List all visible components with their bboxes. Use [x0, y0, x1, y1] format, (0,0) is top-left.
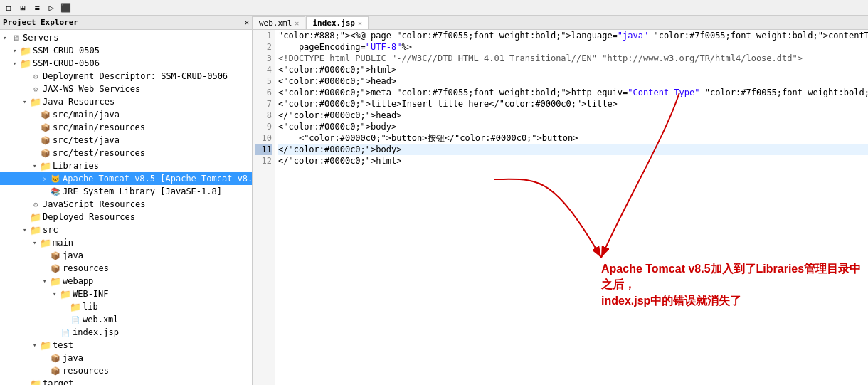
toolbar-icon-3[interactable]: ≡	[31, 2, 43, 14]
tab-bar: web.xml✕index.jsp✕	[253, 16, 868, 30]
tree-item[interactable]: ⚙Deployment Descriptor: SSM-CRUD-0506	[0, 70, 252, 83]
tree-arrow: ▾	[23, 226, 30, 233]
tree-item[interactable]: ▾📁webapp	[0, 275, 252, 288]
tree-item[interactable]: 📦src/test/resources	[0, 147, 252, 159]
tree-item-label: JAX-WS Web Services	[43, 84, 140, 94]
tree-item[interactable]: ▾📁Java Resources	[0, 95, 252, 108]
tree-item-label: lib	[83, 302, 98, 312]
tree-item-label: webapp	[63, 276, 93, 286]
tree-item-label: JavaScript Resources	[43, 199, 146, 209]
line-number: 1	[255, 30, 272, 41]
tree-arrow: ▾	[53, 290, 60, 297]
tree-item[interactable]: 📦src/main/resources	[0, 121, 252, 134]
code-line: <"color:#0000c0;">html>	[278, 64, 868, 75]
package-icon: 📦	[50, 353, 61, 363]
tab-label: index.jsp	[312, 19, 355, 28]
tree-item-label: java	[63, 353, 83, 363]
tree-item-label: src	[43, 225, 58, 235]
code-line: </"color:#0000c0;">head>	[278, 110, 868, 121]
toolbar-icon-4[interactable]: ▷	[46, 2, 57, 14]
tree-arrow: ▾	[3, 34, 10, 41]
folder-icon: 📁	[40, 238, 51, 248]
tree-item[interactable]: ▾🖥Servers	[0, 31, 252, 44]
tree-arrow: ▾	[43, 278, 50, 285]
code-line: <"color:#0000c0;">head>	[278, 75, 868, 87]
tree-item-label: src/test/resources	[53, 148, 145, 158]
toolbar-icon-1[interactable]: ◻	[3, 2, 14, 14]
tab-close-icon[interactable]: ✕	[295, 19, 299, 27]
code-line: </"color:#0000c0;">body>	[278, 144, 868, 155]
tree-item[interactable]: 📦resources	[0, 262, 252, 275]
line-number: 5	[255, 75, 272, 87]
tree-item[interactable]: ⚙JavaScript Resources	[0, 198, 252, 211]
tree-item[interactable]: ▷🐱Apache Tomcat v8.5 [Apache Tomcat v8.5…	[0, 172, 252, 185]
tree-item[interactable]: 📁target	[0, 377, 252, 385]
tree-item-label: Servers	[23, 33, 59, 43]
tab-close-icon[interactable]: ✕	[358, 19, 362, 27]
editor-tab-web-xml[interactable]: web.xml✕	[253, 16, 305, 29]
tree-arrow: ▾	[13, 47, 20, 54]
tree-item[interactable]: ▾📁src	[0, 223, 252, 236]
tree-item[interactable]: 📦src/test/java	[0, 134, 252, 147]
tree-item-label: target	[43, 379, 73, 385]
xml-icon: 📄	[70, 315, 81, 325]
tree-item-label: test	[53, 340, 73, 350]
tree-item[interactable]: 📁Deployed Resources	[0, 211, 252, 223]
tree-item[interactable]: ▾📁WEB-INF	[0, 288, 252, 300]
tree-arrow: ▾	[33, 342, 40, 349]
tree-item[interactable]: ⚙JAX-WS Web Services	[0, 83, 252, 95]
tree-arrow: ▾	[33, 162, 40, 169]
package-icon: 📦	[50, 366, 61, 376]
package-icon: 📦	[40, 122, 51, 132]
tree-item-label: Apache Tomcat v8.5 [Apache Tomcat v8.5]	[63, 174, 252, 184]
tree-item-label: resources	[63, 366, 109, 376]
panel-title: Project Explorer	[3, 18, 78, 27]
code-line: "color:#888;"><%@ page "color:#7f0055;fo…	[278, 30, 868, 41]
jsp-icon: 📄	[60, 327, 71, 337]
tree-item-label: SSM-CRUD-0505	[33, 46, 100, 56]
package-icon: 📦	[50, 263, 61, 273]
tree-item[interactable]: 📦java	[0, 352, 252, 364]
tree-item[interactable]: 📦src/main/java	[0, 108, 252, 121]
gear-icon: ⚙	[30, 84, 41, 94]
tree-item-label: java	[63, 250, 83, 260]
tree-item-label: Libraries	[53, 161, 99, 171]
package-icon: 📦	[40, 110, 51, 120]
tree-item[interactable]: 📚JRE System Library [JavaSE-1.8]	[0, 185, 252, 198]
tree-item-label: Deployed Resources	[43, 212, 135, 222]
tree-item[interactable]: 📦java	[0, 249, 252, 262]
package-icon: 📦	[50, 250, 61, 260]
editor-tab-index-jsp[interactable]: index.jsp✕	[306, 16, 369, 29]
tree-item-label: Java Resources	[43, 97, 115, 107]
tree-item[interactable]: 📄index.jsp	[0, 326, 252, 339]
tree-item[interactable]: ▾📁SSM-CRUD-0505	[0, 44, 252, 57]
toolbar-icon-5[interactable]: ⬛	[60, 2, 71, 14]
tree-item[interactable]: ▾📁Libraries	[0, 159, 252, 172]
tree-item[interactable]: 📄web.xml	[0, 313, 252, 326]
code-line: <"color:#0000c0;">title>Insert title her…	[278, 98, 868, 110]
line-number: 10	[255, 132, 272, 144]
folder-icon: 📁	[20, 58, 31, 68]
line-number: 11	[255, 144, 272, 155]
tree-item[interactable]: ▾📁SSM-CRUD-0506	[0, 57, 252, 70]
tree-item[interactable]: ▾📁test	[0, 339, 252, 352]
tree-item-label: SSM-CRUD-0506	[33, 58, 100, 68]
tree-item[interactable]: 📦resources	[0, 364, 252, 377]
tree-item-label: resources	[63, 263, 109, 273]
close-icon[interactable]: ✕	[245, 19, 249, 26]
toolbar-icon-2[interactable]: ⊞	[17, 2, 28, 14]
tree-item[interactable]: ▾📁main	[0, 236, 252, 249]
lib-icon: 📚	[50, 186, 61, 196]
tree-arrow: ▾	[23, 98, 30, 105]
tree-item-label: src/main/resources	[53, 122, 145, 132]
line-number: 4	[255, 64, 272, 75]
folder-icon: 📁	[30, 379, 41, 385]
tree-item[interactable]: 📁lib	[0, 300, 252, 313]
code-lines: "color:#888;"><%@ page "color:#7f0055;fo…	[275, 30, 868, 385]
folder-icon: 📁	[60, 289, 71, 299]
code-container: 123456789101112 "color:#888;"><%@ page "…	[253, 30, 868, 385]
line-number: 2	[255, 41, 272, 53]
gear-icon: ⚙	[30, 71, 41, 81]
project-tree: ▾🖥Servers▾📁SSM-CRUD-0505▾📁SSM-CRUD-0506 …	[0, 30, 252, 385]
tree-arrow: ▷	[43, 175, 50, 182]
